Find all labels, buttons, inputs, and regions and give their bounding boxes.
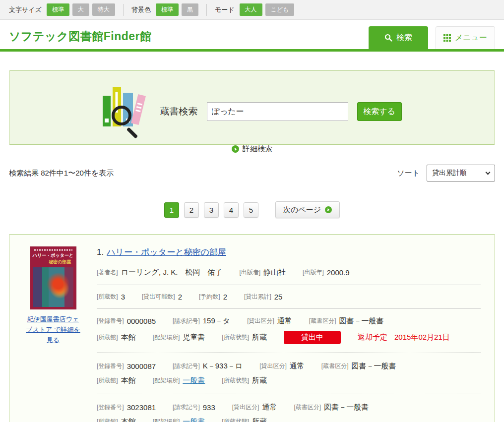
collection-search-label: 蔵書検索: [160, 105, 198, 118]
collection-search-panel: 蔵書検索 検索する 詳細検索: [9, 70, 495, 145]
background-color-group: 背景色 標準 黒: [131, 3, 198, 16]
result-number: 1.: [97, 247, 104, 257]
page-button-1[interactable]: 1: [164, 202, 179, 218]
next-page-button[interactable]: 次のページ: [275, 201, 340, 218]
search-icon: [384, 34, 392, 42]
collection-type-label: [蔵書区分]: [321, 362, 349, 370]
loan-type-label: [貸出区分]: [232, 403, 259, 412]
page-button-5[interactable]: 5: [244, 202, 258, 218]
author-label: [著者名]: [97, 268, 118, 277]
tab-menu-label: メニュー: [455, 33, 487, 43]
search-results-panel: ハリー・ポッターと 秘密の部屋 紀伊国屋書店ウェブストア で詳細を見る 1.ハリ…: [9, 234, 495, 422]
tab-search-label: 検索: [396, 33, 412, 43]
call-number-value: 159－タ: [203, 316, 230, 326]
next-page-label: 次のページ: [283, 205, 321, 215]
font-size-large-button[interactable]: 大: [72, 3, 89, 16]
library-value: 本館: [121, 376, 136, 385]
return-due-label: 返却予定: [358, 333, 387, 342]
tab-search[interactable]: 検索: [369, 26, 428, 49]
collection-type-label: [蔵書区分]: [309, 317, 336, 325]
dotted-divider: [97, 353, 481, 353]
tab-menu[interactable]: メニュー: [436, 26, 495, 49]
shelf-location-link[interactable]: 一般書: [183, 376, 205, 385]
pagination: 1 2 3 4 5 次のページ: [0, 201, 504, 218]
shelf-location-link[interactable]: 一般書: [183, 417, 205, 422]
holding-state-label: [所蔵状態]: [222, 376, 249, 385]
call-number-value: 933: [203, 403, 215, 412]
shelf-label: [配架場所]: [153, 333, 180, 342]
call-number-label: [請求記号]: [173, 362, 200, 370]
library-label: [所蔵館]: [97, 333, 118, 342]
author-value: ローリング, J. K. 松岡 佑子: [121, 268, 223, 277]
font-size-xlarge-button[interactable]: 特大: [92, 3, 115, 16]
mode-adult-button[interactable]: 大人: [240, 3, 262, 16]
holding-state-value: 所蔵: [252, 333, 267, 342]
collection-type-value: 図書－一般書: [339, 316, 383, 326]
mode-kids-button[interactable]: こども: [265, 3, 295, 16]
chevron-down-icon: [486, 170, 491, 175]
accessibility-toolbar: 文字サイズ 標準 大 特大 背景色 標準 黒 モード 大人 こども: [0, 0, 504, 20]
shelf-value: 児童書: [183, 333, 205, 342]
advanced-search-link[interactable]: 詳細検索: [243, 144, 272, 154]
call-number-label: [請求記号]: [173, 317, 200, 325]
sort-label: ソート: [397, 169, 420, 178]
copy-record-3: [登録番号]3023081 [請求記号]933 [貸出区分]通常 [蔵書区分]図…: [97, 403, 481, 422]
loan-type-value: 通常: [277, 316, 292, 326]
collection-type-value: 図書－一般書: [324, 403, 369, 412]
result-title-row: 1.ハリー・ポッターと秘密の部屋: [97, 246, 481, 258]
publisher-value: 静山社: [263, 268, 286, 277]
result-title-link[interactable]: ハリー・ポッターと秘密の部屋: [107, 247, 226, 257]
shelf-label: [配架場所]: [153, 376, 180, 385]
total-loans-label: [貸出累計]: [244, 293, 271, 301]
copy-record-1: [登録番号]0000085 [請求記号]159－タ [貸出区分]通常 [蔵書区分…: [97, 316, 481, 344]
pubyear-label: [出版年]: [303, 268, 324, 277]
results-summary: 検索結果 82件中1〜20件を表示: [9, 169, 114, 178]
lendable-count-label: [貸出可能数]: [142, 293, 175, 301]
return-due-date: 2015年02月21日: [394, 333, 450, 342]
font-size-group: 文字サイズ 標準 大 特大: [9, 3, 115, 16]
pubyear-value: 2000.9: [327, 268, 350, 277]
mode-group: モード 大人 こども: [215, 3, 294, 16]
search-submit-button[interactable]: 検索する: [357, 102, 402, 121]
kinokuniya-store-link[interactable]: 紀伊国屋書店ウェブストア で詳細を見る: [25, 314, 81, 345]
total-loans-value: 25: [274, 293, 283, 301]
holding-state-value: 所蔵: [252, 417, 267, 422]
site-title[interactable]: ソフテック図書館Finder館: [9, 29, 151, 44]
page-button-3[interactable]: 3: [204, 202, 219, 218]
mode-label: モード: [215, 5, 235, 14]
library-label: [所蔵館]: [97, 418, 118, 422]
book-cover-image[interactable]: ハリー・ポッターと 秘密の部屋: [30, 246, 76, 309]
divider: [97, 285, 481, 285]
search-input[interactable]: [207, 102, 348, 121]
sort-select[interactable]: 貸出累計順: [427, 165, 495, 181]
header-accent-bar: [0, 49, 504, 52]
lendable-count-value: 2: [178, 293, 182, 301]
call-number-label: [請求記号]: [173, 403, 200, 412]
font-size-label: 文字サイズ: [9, 5, 42, 14]
holdings-count-value: 3: [121, 293, 125, 301]
holding-state-label: [所蔵状態]: [222, 333, 249, 342]
books-magnifier-icon: [103, 87, 148, 136]
toolbar-divider: [206, 4, 207, 16]
reservation-count-value: 2: [223, 293, 227, 301]
library-value: 本館: [121, 417, 136, 422]
collection-type-value: 図書－一般書: [351, 362, 396, 371]
loan-type-label: [貸出区分]: [247, 317, 274, 325]
reg-number-label: [登録番号]: [97, 317, 124, 325]
lent-out-badge: 貸出中: [284, 331, 341, 344]
reg-number-label: [登録番号]: [97, 362, 124, 370]
cover-illustration: [33, 267, 73, 307]
page-button-4[interactable]: 4: [224, 202, 239, 218]
header-tabs: 検索 メニュー: [369, 26, 495, 49]
shelf-label: [配架場所]: [153, 418, 180, 422]
reg-number-value: 3000087: [127, 362, 156, 370]
bg-standard-button[interactable]: 標準: [156, 3, 179, 16]
results-bar: 検索結果 82件中1〜20件を表示 ソート 貸出累計順: [9, 165, 495, 181]
bg-black-button[interactable]: 黒: [182, 3, 198, 16]
page-button-2[interactable]: 2: [184, 202, 199, 218]
reg-number-value: 3023081: [127, 403, 156, 412]
circle-arrow-icon: [325, 206, 332, 213]
circle-arrow-icon: [232, 145, 239, 153]
font-size-standard-button[interactable]: 標準: [47, 3, 69, 16]
cover-title-line2: 秘密の部屋: [30, 259, 76, 265]
